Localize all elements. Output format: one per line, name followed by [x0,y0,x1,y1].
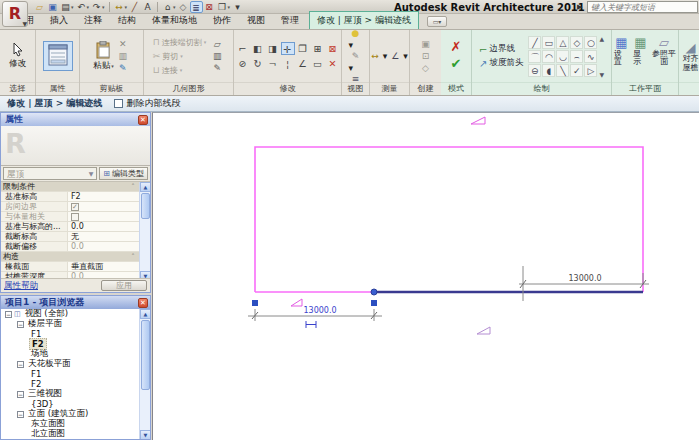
property-value[interactable]: 0.0 [67,242,139,251]
beam-joins-icon[interactable]: ▥ [210,51,224,62]
create-assembly-icon[interactable]: ◇ [419,63,433,74]
tree-expand-icon[interactable]: − [17,361,24,368]
center-arc-icon[interactable]: ◠ [542,50,555,63]
dimension-value[interactable]: 13000.0 [568,274,601,283]
panel-label-mode[interactable]: 模式 [441,82,471,95]
delete-interior-segments-option[interactable]: 删除内部线段 [114,97,180,110]
copy-icon[interactable]: ❐ [296,42,310,55]
panel-label-modify[interactable]: 修改 [234,82,341,95]
tree-item-天花板平面[interactable]: −天花板平面 [1,359,140,369]
type-selector-dropdown[interactable]: 屋顶 ▼ [3,167,97,180]
delete-icon[interactable]: ✕ [326,57,340,70]
tree-item-三维视图[interactable]: −三维视图 [1,389,140,399]
property-value[interactable]: 0.0 [67,222,139,231]
undo-icon-dropdown[interactable]: ▾ [87,4,90,10]
slope-triangle-bottom[interactable] [477,327,490,334]
split-icon[interactable]: ¦ [281,57,295,70]
panel-label-draw[interactable]: 绘制 [472,82,611,95]
align-eaves-button[interactable]: 对齐屋檐 [681,55,699,72]
cut-geometry-icon-button[interactable]: ✂剪切▾ [153,50,207,63]
polygon-icon[interactable]: △ [556,36,569,49]
paste-button[interactable]: 粘贴▾ [93,41,114,72]
tree-item-视图 (全部)[interactable]: −◫视图 (全部) [1,309,140,319]
property-value[interactable]: F2 [67,192,139,201]
line-icon[interactable]: ╱ [528,36,541,49]
draw-scroll-down-icon[interactable]: ▼ [599,71,604,78]
witness-drag-handle-right[interactable] [371,300,377,306]
unpin-icon[interactable]: ⊠ [326,42,340,55]
measure-icon[interactable]: ↔ [371,51,379,62]
fillet-arc-icon[interactable]: ⌢ [570,50,583,63]
property-section-header[interactable]: 限制条件ˆ [1,182,139,192]
project-browser-close-icon[interactable]: ✕ [138,298,148,308]
rectangle-icon[interactable]: ▭ [542,36,555,49]
dimension-icon[interactable]: ∠ [391,51,399,62]
tree-expand-icon[interactable]: − [5,311,12,318]
project-browser-scrollbar[interactable]: ▲ ▼ [139,309,150,440]
offset-icon[interactable]: ⊘ [236,57,250,70]
slope-triangle-near-dimension[interactable] [291,299,302,306]
visibility-graphics-icon-dropdown[interactable]: ▾ [349,40,363,50]
application-menu-button[interactable]: R ▼ [2,1,28,27]
circle-icon[interactable]: ○ [584,36,597,49]
properties-title-bar[interactable]: 属性 ✕ [1,113,150,126]
help-search-input[interactable] [587,1,698,13]
tree-item-F1[interactable]: F1 [1,329,140,339]
properties-toggle-button[interactable] [43,41,73,71]
panel-label-geometry[interactable]: 几何图形 [144,82,233,95]
mirror-draw-axis-icon[interactable]: ◨ [266,42,280,55]
drawing-area[interactable]: 13000.0 13000.0 [152,112,699,440]
panel-label-view[interactable]: 视图 [342,82,369,95]
tab-注释[interactable]: 注释 [76,12,110,29]
draw-scroll-up-icon[interactable]: ▲ [599,35,604,42]
modify-tool-button[interactable]: 修改 [9,42,26,70]
property-value[interactable]: 垂直截面 [67,262,139,271]
dimension-icon-dropdown[interactable]: ▾ [403,51,408,61]
scale-icon[interactable]: ∠ [296,57,310,70]
boundary-line-button[interactable]: ⌐ 边界线 [479,43,523,55]
measure-icon-dropdown[interactable]: ▾ [383,51,388,61]
scroll-thumb[interactable] [141,193,150,219]
edit-type-button[interactable]: ⊞ 编辑类型 [99,167,148,180]
align-icon[interactable]: ⌐ [236,42,250,55]
slope-arrow-button[interactable]: ↗ 坡度箭头 [479,57,523,69]
tab-插入[interactable]: 插入 [42,12,76,29]
thin-lines-view-icon[interactable]: ≡ [349,74,363,83]
pick-walls-icon[interactable]: ✓ [570,64,583,77]
panel-label-create[interactable]: 创建 [410,82,441,95]
join-geometry-icon-button[interactable]: ⊔连接▾ [153,64,207,77]
join-end-cut-icon-dropdown[interactable]: ▾ [204,39,207,45]
tab-协作[interactable]: 协作 [205,12,239,29]
create-similar-icon[interactable]: ⊡ [419,51,433,62]
demolish-icon[interactable]: ✎ [210,63,224,74]
delete-interior-segments-checkbox[interactable] [114,99,123,108]
tangent-arc-icon[interactable]: ◡ [556,50,569,63]
wall-joins-icon[interactable]: ▱ [210,39,224,50]
cut-icon[interactable]: ✕ [116,39,130,50]
tree-item-东立面图[interactable]: 东立面图 [1,419,140,429]
ref-plane-button[interactable]: ▱ 参照平面 [652,36,676,67]
show-workplane-button[interactable]: ▦ 显示 [633,36,648,67]
properties-close-icon[interactable]: ✕ [138,115,148,125]
tab-结构[interactable]: 结构 [110,12,144,29]
tab-管理[interactable]: 管理 [273,12,307,29]
create-group-icon[interactable]: ▣ [419,39,433,50]
tree-item-F2[interactable]: F2 [1,379,140,389]
property-value[interactable]: 无 [67,232,139,241]
tree-item-立面 (建筑立面)[interactable]: −立面 (建筑立面) [1,409,140,419]
apply-button[interactable]: 应用 [101,280,147,291]
roof-sketch-outline[interactable] [255,147,643,292]
ellipse-icon[interactable]: ⊖ [528,64,541,77]
witness-drag-handle-left[interactable] [252,300,258,306]
join-geometry-icon-dropdown[interactable]: ▾ [180,67,183,73]
tree-expand-icon[interactable]: − [17,391,24,398]
visibility-graphics-icon[interactable]: ● [349,30,363,39]
finish-edit-mode-button[interactable]: ✔ [445,56,467,73]
temp-dimension-value[interactable]: 13000.0 [303,306,336,315]
set-workplane-button[interactable]: ▦ 设置 [614,36,629,67]
tree-expand-icon[interactable]: − [17,321,24,328]
slope-triangle-top[interactable] [471,117,485,124]
scroll-up-icon[interactable]: ▲ [140,182,151,192]
property-checkbox[interactable] [71,213,79,221]
switch-windows-icon-dropdown[interactable]: ▾ [228,4,231,10]
